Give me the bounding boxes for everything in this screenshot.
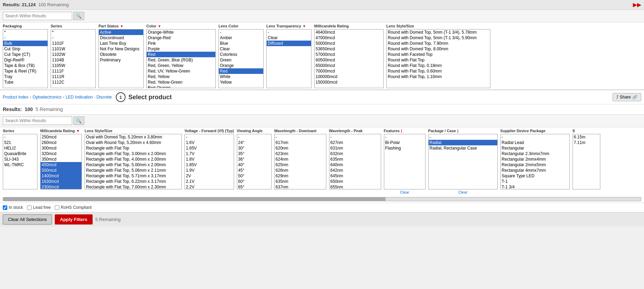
in-stock-checkbox[interactable] <box>3 205 7 210</box>
scrollbar-row <box>0 196 644 203</box>
lead-free-checkbox[interactable] <box>27 205 32 210</box>
lens-style-select-top[interactable]: Round with Domed Top, 5mm (T-1 3/4), 5.7… <box>387 29 490 88</box>
lens-transparency-select[interactable]: - Clear Diffused <box>267 29 311 88</box>
supplier-pkg-header: Supplier Device Package <box>500 129 570 133</box>
series2-select[interactable]: - 521 HELI2 QuasarBrite SLI-343 WL-TMRC <box>3 134 37 189</box>
voltage-list[interactable]: - 1.6V 1.65V 1.7V 1.8V 1.85V 1.9V 2V 2.1… <box>184 134 234 189</box>
results2-count: 100 <box>25 107 33 112</box>
step-badge: 1 <box>116 92 126 102</box>
series-list[interactable]: * - 1101F 1101W 1102W 1104B 1105W 1111F … <box>51 29 96 88</box>
top-filter-section: Packaging * - Bulk Cut Strip Cut Tape (C… <box>0 23 644 90</box>
clear-all-button[interactable]: Clear All Selections <box>3 214 52 224</box>
rohs-checkbox[interactable] <box>55 205 59 210</box>
wavelength-dom-select[interactable]: - 617nm 620nm 623nm 624nm 625nm 626nm 62… <box>275 134 326 189</box>
search-input-top[interactable] <box>3 12 72 20</box>
series-select[interactable]: * - 1101F 1101W 1102W 1104B 1105W 1111F … <box>51 29 95 88</box>
features-list[interactable]: - Bi-Polar Flashing <box>384 134 426 189</box>
viewing-angle-filter: Viewing Angle - 24° 30° 35° 36° 40° 45° … <box>237 129 272 194</box>
results-label: Results: 21,124 <box>3 2 36 7</box>
packaging-list[interactable]: * - Bulk Cut Strip Cut Tape (CT) Digi-Re… <box>3 29 48 88</box>
series2-list[interactable]: - 521 HELI2 QuasarBrite SLI-343 WL-TMRC <box>3 134 37 189</box>
lead-free-checkbox-label[interactable]: Lead free <box>27 205 51 210</box>
lens-style2-select[interactable]: Oval with Domed Top, 5.20mm x 3.80mm Ova… <box>85 134 181 189</box>
results2-bar: Results: 100 5 Remaining <box>0 104 644 114</box>
search-button-top[interactable]: 🔍 <box>74 12 84 20</box>
voltage-select[interactable]: - 1.6V 1.65V 1.7V 1.8V 1.85V 1.9V 2V 2.1… <box>185 134 234 189</box>
color-list[interactable]: Orange-White Orange-Red Pink Purple Red … <box>146 29 216 88</box>
mcd-rating-filter-top: Millicandela Rating 46400mcd 47000mcd 50… <box>314 24 384 88</box>
in-stock-label: In stock <box>9 205 23 210</box>
voltage-header: Voltage - Forward (Vf) (Typ) <box>184 129 234 133</box>
part-status-select[interactable]: Active Discontinued Last Time Buy Not Fo… <box>99 29 143 88</box>
rohs-checkbox-label[interactable]: RoHS Compliant <box>55 205 92 210</box>
wavelength-peak-header: Wavelength - Peak <box>329 129 381 133</box>
package-case-clear-link[interactable]: Clear <box>428 190 498 194</box>
color-header: Color ▼ <box>146 24 216 28</box>
viewing-angle-select[interactable]: - 24° 30° 35° 36° 40° 45° 50° 60° 65° <box>237 134 271 189</box>
breadcrumb-product-index[interactable]: Product Index <box>3 95 28 100</box>
right-arrow-icon: ▶▶ <box>633 1 641 8</box>
filter-columns-top: Packaging * - Bulk Cut Strip Cut Tape (C… <box>0 23 644 90</box>
wavelength-peak-filter: Wavelength - Peak - 627nm 631nm 632nm 63… <box>329 129 381 194</box>
lens-style-filter-top: Lens Style/Size Round with Domed Top, 5m… <box>386 24 490 88</box>
package-case-header: Package / Case | <box>428 129 498 133</box>
supplier-pkg-select[interactable]: - Radial Lead Rectangular Rectangular 2.… <box>501 134 569 189</box>
package-case-list[interactable]: - Radial Radial, Rectangular Case <box>428 134 498 189</box>
breadcrumb-led-indication[interactable]: LED Indication - Discrete <box>66 95 112 100</box>
voltage-filter: Voltage - Forward (Vf) (Typ) - 1.6V 1.65… <box>184 129 234 194</box>
search-input-lower[interactable] <box>3 117 72 125</box>
breadcrumb-optoelectronics[interactable]: Optoelectronics <box>33 95 61 100</box>
lens-style-list-top[interactable]: Round with Domed Top, 5mm (T-1 3/4), 5.7… <box>386 29 490 88</box>
mcd-rating-filter-lower: Millicandela Rating ▼ 250mcd 260mcd 300m… <box>40 129 82 194</box>
features-select[interactable]: - Bi-Polar Flashing <box>384 134 425 189</box>
wavelength-dom-header: Wavelength - Dominant <box>274 129 326 133</box>
wavelength-peak-select[interactable]: - 627nm 631nm 632nm 635nm 640nm 642nm 64… <box>329 134 381 189</box>
mcd-rating-list-top[interactable]: 46400mcd 47000mcd 50000mcd 53650mcd 5700… <box>314 29 384 88</box>
share-label: Share <box>620 95 631 100</box>
color-select[interactable]: Orange-White Orange-Red Pink Purple Red … <box>147 29 215 88</box>
lens-color-list[interactable]: - Amber Blue Clear Colorless Green Orang… <box>218 29 264 88</box>
lens-transparency-header: Lens Transparency ▼ <box>266 24 311 28</box>
series2-filter: Series - 521 HELI2 QuasarBrite SLI-343 W… <box>3 129 37 194</box>
viewing-angle-list[interactable]: - 24° 30° 35° 36° 40° 45° 50° 60° 65° <box>237 134 272 189</box>
lens-transparency-list[interactable]: - Clear Diffused <box>266 29 311 88</box>
search-button-lower[interactable]: 🔍 <box>74 117 84 125</box>
top-search-row: 🔍 <box>0 10 644 23</box>
lower-search-row: 🔍 <box>0 114 644 127</box>
scrollbar-thumb[interactable] <box>3 197 386 201</box>
packaging-select[interactable]: * - Bulk Cut Strip Cut Tape (CT) Digi-Re… <box>3 29 48 88</box>
lens-color-select[interactable]: - Amber Blue Clear Colorless Green Orang… <box>219 29 263 88</box>
features-clear-link[interactable]: Clear <box>384 190 426 194</box>
mcd-rating-list-lower[interactable]: 250mcd 260mcd 300mcd 320mcd 350mcd 450mc… <box>40 134 82 189</box>
apply-filters-button[interactable]: Apply Filters <box>55 214 93 224</box>
scrollbar-track[interactable] <box>3 197 641 201</box>
results2-remaining: 5 Remaining <box>36 107 63 112</box>
mcd-rating-select-lower[interactable]: 250mcd 260mcd 300mcd 320mcd 350mcd 450mc… <box>41 134 81 189</box>
features-arrow: | <box>401 129 402 133</box>
remaining-count: 100 Remaining <box>38 2 69 7</box>
rohs-label: RoHS Compliant <box>61 205 92 210</box>
supplier-pkg-list[interactable]: - Radial Lead Rectangular Rectangular 2.… <box>500 134 570 189</box>
s-col-list[interactable]: 6.15m 7.11m <box>573 134 600 189</box>
mcd-rating-select-top[interactable]: 46400mcd 47000mcd 50000mcd 53650mcd 5700… <box>315 29 383 88</box>
in-stock-checkbox-label[interactable]: In stock <box>3 205 23 210</box>
wavelength-dom-list[interactable]: - 617nm 620nm 623nm 624nm 625nm 626nm 62… <box>274 134 326 189</box>
lower-filter-columns: Series - 521 HELI2 QuasarBrite SLI-343 W… <box>0 127 644 196</box>
breadcrumb-sep-1: › <box>30 95 31 100</box>
part-status-filter: Part Status ▼ Active Discontinued Last T… <box>98 24 144 88</box>
viewing-angle-header: Viewing Angle <box>237 129 272 133</box>
color-filter: Color ▼ Orange-White Orange-Red Pink Pur… <box>146 24 216 88</box>
bottom-checkboxes: In stock Lead free RoHS Compliant <box>0 203 644 212</box>
features-header: Features | <box>384 129 426 133</box>
share-button[interactable]: ⤴ Share 🔗 <box>612 93 641 101</box>
supplier-pkg-filter: Supplier Device Package - Radial Lead Re… <box>500 129 570 194</box>
s-col-select[interactable]: 6.15m 7.11m <box>573 134 600 189</box>
wavelength-peak-list[interactable]: - 627nm 631nm 632nm 635nm 640nm 642nm 64… <box>329 134 381 189</box>
part-status-list[interactable]: Active Discontinued Last Time Buy Not Fo… <box>98 29 144 88</box>
share-icon: ⤴ <box>616 95 618 100</box>
package-case-select[interactable]: - Radial Radial, Rectangular Case <box>429 134 497 189</box>
lens-style2-list[interactable]: Oval with Domed Top, 5.20mm x 3.80mm Ova… <box>85 134 182 189</box>
lens-style-header-top: Lens Style/Size <box>386 24 490 28</box>
series2-header: Series <box>3 129 37 133</box>
top-results-bar: Results: 21,124 100 Remaining ▶▶ <box>0 0 644 10</box>
